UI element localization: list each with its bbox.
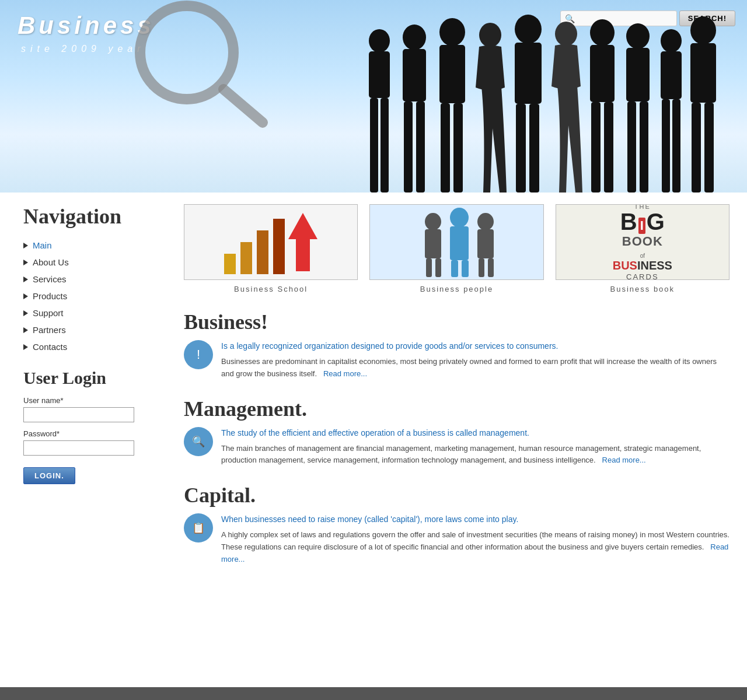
article-title-capital: Capital. bbox=[184, 483, 729, 508]
nav-arrow-icon bbox=[23, 260, 28, 265]
article-icon-business: ! bbox=[184, 340, 213, 369]
password-group: Password* bbox=[23, 429, 155, 456]
book-big: B I G bbox=[620, 210, 665, 234]
article-summary-business: Is a legally recognized organization des… bbox=[221, 340, 729, 352]
image-gallery: Business School bbox=[184, 204, 729, 293]
gallery-item-people: Business people bbox=[369, 204, 543, 293]
article-capital: Capital. 📋 When businesses need to raise… bbox=[184, 483, 729, 565]
read-more-business[interactable]: Read more... bbox=[323, 369, 367, 378]
nav-link-main[interactable]: Main bbox=[33, 240, 52, 250]
svg-marker-40 bbox=[288, 213, 317, 271]
article-management: Management. 🔍 The study of the efficient… bbox=[184, 397, 729, 467]
svg-rect-39 bbox=[273, 219, 285, 274]
nav-label-products: Products bbox=[33, 291, 67, 301]
svg-rect-27 bbox=[640, 102, 648, 192]
sidebar-item-main[interactable]: Main bbox=[23, 237, 155, 254]
gallery-label-people: Business people bbox=[369, 285, 543, 293]
svg-rect-30 bbox=[662, 99, 670, 192]
spacer bbox=[184, 582, 729, 652]
username-input[interactable] bbox=[23, 407, 134, 422]
nav-label-partners: Partners bbox=[33, 325, 66, 335]
sidebar-item-services[interactable]: Services bbox=[23, 271, 155, 288]
svg-rect-9 bbox=[416, 102, 425, 192]
gallery-img-book: THE B I G BOOK of BUS I NESS bbox=[556, 204, 729, 280]
login-section: User Login User name* Password* LOGIN. bbox=[23, 368, 155, 484]
article-summary-capital: When businesses need to raise money (cal… bbox=[221, 513, 729, 526]
gallery-item-school: Business School bbox=[184, 204, 358, 293]
read-more-management[interactable]: Read more... bbox=[602, 456, 646, 464]
svg-rect-23 bbox=[604, 102, 613, 192]
article-body-management: The main branches of management are fina… bbox=[221, 443, 729, 467]
svg-rect-16 bbox=[515, 43, 542, 104]
svg-point-24 bbox=[626, 23, 650, 49]
article-icon-management: 🔍 bbox=[184, 427, 213, 456]
svg-rect-33 bbox=[690, 43, 716, 103]
svg-rect-34 bbox=[692, 103, 701, 192]
login-title: User Login bbox=[23, 368, 155, 388]
svg-point-19 bbox=[555, 22, 577, 46]
gallery-label-school: Business School bbox=[184, 285, 358, 293]
svg-rect-31 bbox=[672, 99, 680, 192]
username-label: User name* bbox=[23, 396, 155, 405]
svg-point-49 bbox=[477, 213, 494, 230]
svg-point-2 bbox=[369, 29, 390, 52]
svg-rect-26 bbox=[627, 102, 636, 192]
gallery-img-people bbox=[369, 204, 543, 280]
svg-rect-18 bbox=[529, 104, 539, 192]
svg-line-1 bbox=[224, 89, 263, 123]
sidebar-item-contacts[interactable]: Contacts bbox=[23, 338, 155, 355]
nav-label-support: Support bbox=[33, 308, 64, 318]
article-icon-capital: 📋 bbox=[184, 513, 213, 542]
svg-rect-21 bbox=[590, 45, 615, 102]
main-layout: Navigation Main About Us Services Produc… bbox=[0, 192, 747, 664]
svg-rect-38 bbox=[257, 230, 268, 274]
sidebar-item-products[interactable]: Products bbox=[23, 288, 155, 304]
svg-rect-4 bbox=[370, 98, 378, 192]
book-book: BOOK bbox=[622, 234, 663, 249]
sidebar-item-partners[interactable]: Partners bbox=[23, 321, 155, 338]
svg-rect-29 bbox=[661, 51, 682, 99]
svg-rect-3 bbox=[369, 51, 390, 98]
nav-arrow-icon bbox=[23, 243, 28, 249]
username-group: User name* bbox=[23, 396, 155, 422]
article-content-management: 🔍 The study of the efficient and effecti… bbox=[184, 427, 729, 467]
sidebar-item-support[interactable]: Support bbox=[23, 304, 155, 321]
nav-label-services: Services bbox=[33, 274, 67, 284]
book-cover: THE B I G BOOK of BUS I NESS bbox=[556, 205, 729, 279]
nav-arrow-icon bbox=[23, 327, 28, 333]
svg-rect-35 bbox=[704, 103, 714, 192]
book-of: of bbox=[640, 253, 645, 259]
svg-rect-7 bbox=[403, 49, 426, 102]
login-button[interactable]: LOGIN. bbox=[23, 467, 75, 484]
svg-rect-37 bbox=[240, 242, 252, 274]
password-input[interactable] bbox=[23, 440, 134, 456]
sidebar: Navigation Main About Us Services Produc… bbox=[0, 192, 166, 664]
svg-rect-25 bbox=[626, 48, 650, 102]
svg-rect-11 bbox=[439, 45, 465, 103]
article-text-management: The study of the efficient and effective… bbox=[221, 427, 729, 467]
svg-rect-46 bbox=[450, 226, 469, 260]
sidebar-item-about[interactable]: About Us bbox=[23, 254, 155, 271]
gallery-label-book: Business book bbox=[556, 285, 729, 293]
svg-rect-47 bbox=[451, 260, 458, 277]
book-cards: CARDS bbox=[626, 272, 659, 280]
svg-rect-52 bbox=[488, 258, 494, 277]
article-title-management: Management. bbox=[184, 397, 729, 421]
footer: Advertise With Business.com | Advertiser… bbox=[0, 687, 747, 700]
svg-rect-50 bbox=[477, 229, 494, 258]
svg-rect-48 bbox=[462, 260, 469, 277]
nav-title: Navigation bbox=[23, 204, 155, 229]
svg-point-0 bbox=[140, 6, 233, 99]
nav-arrow-icon bbox=[23, 276, 28, 282]
svg-point-10 bbox=[439, 18, 465, 46]
article-title-business: Business! bbox=[184, 310, 729, 334]
svg-rect-5 bbox=[381, 98, 389, 192]
nav-arrow-icon bbox=[23, 293, 28, 299]
password-label: Password* bbox=[23, 429, 155, 438]
header: Business site 2009 year 🔍 SEARCH! bbox=[0, 0, 747, 192]
header-silhouettes bbox=[356, 12, 718, 192]
svg-point-6 bbox=[403, 24, 426, 50]
svg-rect-51 bbox=[479, 258, 484, 277]
svg-point-15 bbox=[515, 15, 542, 44]
nav-label-about: About Us bbox=[33, 257, 69, 267]
